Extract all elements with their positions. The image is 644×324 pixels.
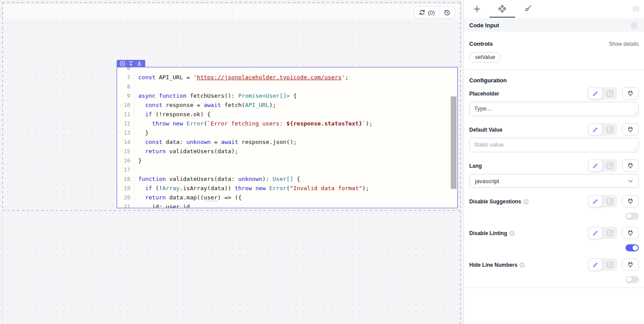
info-icon[interactable] bbox=[519, 262, 525, 268]
edit-mode-button[interactable] bbox=[588, 87, 603, 99]
hide-line-numbers-toggle[interactable] bbox=[626, 276, 639, 283]
line-content: if (!response.ok) { bbox=[138, 110, 210, 119]
svg-text:f: f bbox=[609, 127, 612, 132]
fx-mode-button[interactable]: f bbox=[603, 258, 617, 271]
section-divider bbox=[464, 70, 644, 70]
line-content: return data.map((user) => ({ bbox=[138, 193, 242, 202]
default-value-placeholder: Static value bbox=[474, 141, 504, 148]
toggle-knob bbox=[626, 214, 632, 219]
resize-grip[interactable] bbox=[633, 111, 637, 114]
property-label: Hide Line Numbers bbox=[469, 262, 517, 268]
code-line: 6 bbox=[117, 67, 457, 73]
code-lines: 67const API_URL = 'https://jsonplacehold… bbox=[117, 67, 457, 208]
bind-data-button[interactable] bbox=[622, 227, 639, 239]
lang-select[interactable]: javascript bbox=[469, 174, 639, 188]
edit-mode-button[interactable] bbox=[588, 123, 603, 136]
line-number: 14 bbox=[117, 137, 134, 147]
code-line: 21 id: user.id, bbox=[117, 202, 457, 208]
bind-data-button[interactable] bbox=[622, 123, 639, 136]
section-divider bbox=[464, 287, 644, 288]
disable-linting-toggle[interactable] bbox=[626, 244, 639, 251]
default-value-input[interactable]: Static value bbox=[469, 138, 639, 152]
line-number: 13 bbox=[117, 128, 134, 137]
code-line: 15 return validateUsers(data); bbox=[117, 147, 457, 156]
info-icon[interactable] bbox=[523, 199, 529, 204]
line-number: 19 bbox=[117, 184, 134, 193]
disable-suggestions-toggle[interactable] bbox=[626, 213, 639, 220]
lang-value: javascript bbox=[475, 178, 499, 184]
fx-mode-button[interactable]: f bbox=[603, 87, 617, 99]
canvas-top-placeholder-left bbox=[4, 4, 233, 19]
plug-icon bbox=[627, 162, 634, 169]
value-mode-segment: f bbox=[588, 195, 617, 207]
editor-canvas[interactable]: (0) a bbox=[0, 0, 464, 324]
property-lang: Lang f javascript bbox=[469, 159, 639, 188]
line-content: const data: unknown = await response.jso… bbox=[138, 137, 297, 147]
toggle-knob bbox=[633, 245, 638, 250]
properties-panel: Code Input Controls Show details setValu… bbox=[464, 0, 644, 324]
property-label: Default Value bbox=[469, 127, 502, 136]
panel-tabbar bbox=[464, 0, 644, 18]
code-editor[interactable]: 67const API_URL = 'https://jsonplacehold… bbox=[117, 67, 457, 208]
fx-mode-button[interactable]: f bbox=[603, 123, 617, 136]
plug-icon bbox=[627, 90, 634, 97]
editor-scrollbar-thumb[interactable] bbox=[451, 96, 456, 189]
widget-header: Code Input bbox=[464, 18, 644, 32]
code-line: 7const API_URL = 'https://jsonplaceholde… bbox=[117, 73, 457, 82]
canvas-border-left-lower bbox=[2, 210, 3, 324]
line-number: 15 bbox=[117, 147, 134, 156]
chevron-down-icon bbox=[628, 180, 633, 183]
code-line: 13 } bbox=[117, 128, 457, 137]
pencil-icon bbox=[592, 261, 599, 268]
code-line: 11 if (!response.ok) { bbox=[117, 110, 457, 119]
svg-text:f: f bbox=[609, 231, 612, 236]
line-number: 8 bbox=[117, 82, 134, 91]
edit-mode-button[interactable] bbox=[588, 159, 603, 172]
bind-data-button[interactable] bbox=[622, 258, 639, 271]
bind-data-button[interactable] bbox=[622, 195, 639, 207]
property-label: Placeholder bbox=[469, 91, 499, 99]
arrow-down-to-line-icon[interactable] bbox=[129, 61, 133, 66]
refresh-button[interactable]: (0) bbox=[415, 7, 439, 18]
anchor-icon[interactable] bbox=[137, 61, 142, 66]
collapse-panel-icon[interactable] bbox=[633, 6, 639, 12]
code-line: 19 if (!Array.isArray(data)) throw new E… bbox=[117, 184, 457, 193]
tab-insert[interactable] bbox=[464, 0, 489, 18]
fx-mode-button[interactable]: f bbox=[603, 195, 617, 207]
svg-text:f: f bbox=[609, 91, 612, 96]
tab-components[interactable] bbox=[489, 0, 515, 18]
fx-mode-button[interactable]: f bbox=[603, 227, 617, 239]
document-icon[interactable] bbox=[631, 22, 637, 29]
widget-name: Code Input bbox=[469, 22, 631, 29]
history-button[interactable] bbox=[439, 7, 455, 18]
edit-mode-button[interactable] bbox=[588, 258, 603, 271]
plug-icon bbox=[627, 198, 634, 205]
section-border-top bbox=[2, 2, 460, 3]
section-border-left bbox=[2, 2, 3, 210]
bind-data-button[interactable] bbox=[622, 87, 639, 99]
value-mode-segment: f bbox=[588, 227, 617, 239]
widget-type-badge: a bbox=[120, 61, 125, 66]
active-tab-indicator bbox=[489, 17, 515, 18]
tab-style[interactable] bbox=[515, 0, 541, 18]
edit-mode-button[interactable] bbox=[588, 195, 603, 207]
line-content: function validateUsers(data: unknown): U… bbox=[138, 174, 300, 184]
placeholder-input[interactable]: Type... bbox=[469, 102, 639, 116]
info-icon[interactable] bbox=[509, 231, 515, 236]
value-mode-segment: f bbox=[588, 159, 617, 172]
placeholder-value: Type... bbox=[474, 105, 491, 112]
plug-icon bbox=[627, 126, 634, 133]
edit-mode-button[interactable] bbox=[588, 227, 603, 239]
line-number: 16 bbox=[117, 156, 134, 165]
bind-data-button[interactable] bbox=[622, 159, 639, 172]
code-input-widget[interactable]: a 67const API_URL = 'https://jsonplaceho… bbox=[117, 67, 458, 208]
fx-mode-button[interactable]: f bbox=[603, 159, 617, 172]
show-details-link[interactable]: Show details bbox=[609, 41, 639, 47]
svg-text:f: f bbox=[609, 199, 612, 204]
code-line: 20 return data.map((user) => ({ bbox=[117, 193, 457, 202]
property-label: Disable Linting bbox=[469, 230, 507, 236]
svg-text:f: f bbox=[609, 262, 612, 267]
code-line: 16} bbox=[117, 156, 457, 165]
method-setvalue-chip[interactable]: setValue bbox=[469, 52, 501, 63]
resize-grip[interactable] bbox=[633, 147, 637, 151]
